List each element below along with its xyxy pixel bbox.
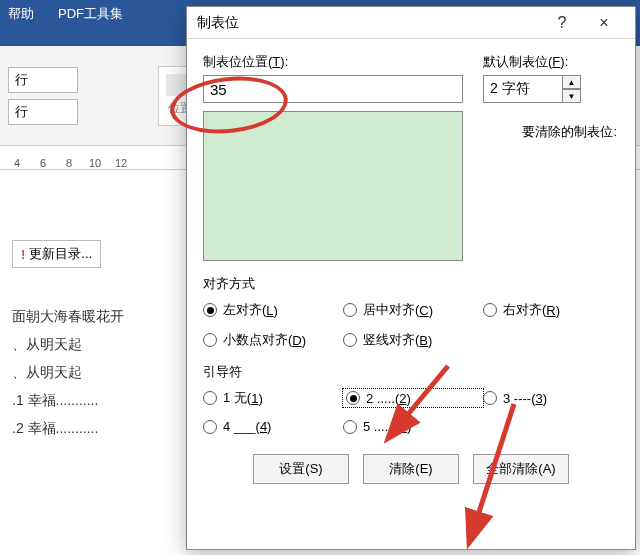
default-tab-label: 默认制表位(F):	[483, 53, 619, 71]
align-center-radio[interactable]: 居中对齐(C)	[343, 301, 483, 319]
tab-position-input[interactable]	[203, 75, 463, 103]
row-dropdown-1[interactable]: 行	[8, 67, 78, 93]
default-tab-spinner[interactable]: ▲ ▼	[563, 75, 581, 103]
align-decimal-radio[interactable]: 小数点对齐(D)	[203, 331, 343, 349]
alignment-radio-group: 左对齐(L) 居中对齐(C) 右对齐(R) 小数点对齐(D) 竖线对齐(B)	[203, 301, 619, 349]
leader-none-radio[interactable]: 1 无(1)	[203, 389, 343, 407]
menu-help[interactable]: 帮助	[8, 5, 34, 23]
tab-stops-listbox[interactable]	[203, 111, 463, 261]
dialog-title: 制表位	[197, 14, 541, 32]
set-button[interactable]: 设置(S)	[253, 454, 349, 484]
ruler-mark: 6	[30, 157, 56, 169]
ruler-mark: 10	[82, 157, 108, 169]
help-button[interactable]: ?	[541, 8, 583, 38]
tab-position-label: 制表位位置(T):	[203, 53, 473, 71]
dialog-titlebar[interactable]: 制表位 ? ×	[187, 7, 635, 39]
dialog-button-row: 设置(S) 清除(E) 全部清除(A)	[203, 454, 619, 484]
leader-under-radio[interactable]: 4 ___(4)	[203, 419, 343, 434]
leader-section-label: 引导符	[203, 363, 619, 381]
update-toc-button[interactable]: ! 更新目录...	[12, 240, 101, 268]
align-right-radio[interactable]: 右对齐(R)	[483, 301, 623, 319]
align-bar-radio[interactable]: 竖线对齐(B)	[343, 331, 483, 349]
ruler-mark: 12	[108, 157, 134, 169]
clear-all-button[interactable]: 全部清除(A)	[473, 454, 569, 484]
align-left-radio[interactable]: 左对齐(L)	[203, 301, 343, 319]
tabs-dialog: 制表位 ? × 制表位位置(T): 默认制表位(F): 2 字符 ▲	[186, 6, 636, 550]
ruler-mark: 8	[56, 157, 82, 169]
leader-radio-group: 1 无(1) 2 .....(2) 3 ----(3) 4 ___(4) 5 .…	[203, 389, 619, 434]
default-tab-value[interactable]: 2 字符	[483, 75, 563, 103]
menu-pdf-tools[interactable]: PDF工具集	[58, 5, 123, 23]
to-clear-label: 要清除的制表位:	[483, 123, 619, 141]
ruler-mark: 4	[4, 157, 30, 169]
row-dropdown-2[interactable]: 行	[8, 99, 78, 125]
leader-dots-radio[interactable]: 2 .....(2)	[343, 389, 483, 407]
spin-up-icon[interactable]: ▲	[563, 75, 581, 89]
spin-down-icon[interactable]: ▼	[563, 89, 581, 103]
close-button[interactable]: ×	[583, 8, 625, 38]
exclaim-icon: !	[21, 247, 25, 262]
clear-button[interactable]: 清除(E)	[363, 454, 459, 484]
leader-ldots-radio[interactable]: 5 ......(5)	[343, 419, 483, 434]
alignment-section-label: 对齐方式	[203, 275, 619, 293]
leader-dashes-radio[interactable]: 3 ----(3)	[483, 389, 623, 407]
